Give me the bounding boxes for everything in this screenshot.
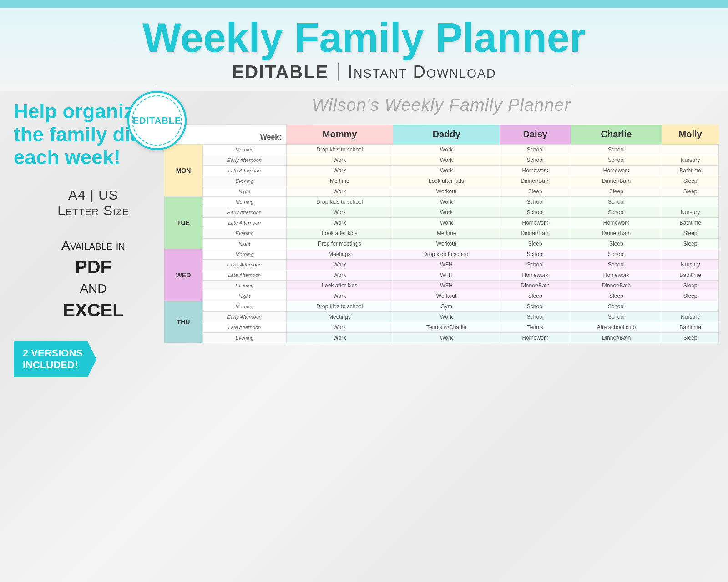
- cell-charlie: Dinner/Bath: [571, 176, 662, 186]
- cell-mommy: Work: [286, 259, 393, 270]
- cell-mommy: Work: [286, 217, 393, 228]
- subtitle-row: EDITABLE Instant Download: [0, 62, 728, 82]
- time-label: Morning: [202, 196, 286, 207]
- cell-mommy: Work: [286, 186, 393, 196]
- table-row: WEDMorningMeetingsDrop kids to schoolSch…: [164, 249, 719, 259]
- cell-molly: Bathtime: [662, 217, 719, 228]
- seal-circle: EDITABLE: [127, 91, 187, 150]
- cell-daisy: School: [500, 259, 571, 270]
- cell-daddy: Work: [393, 311, 500, 322]
- table-row: THUMorningDrop kids to schoolGymSchoolSc…: [164, 301, 719, 311]
- cell-daddy: Drop kids to school: [393, 249, 500, 259]
- cell-molly: Sleep: [662, 291, 719, 301]
- planner-section: Wilson's Weekly Family Planner Week: Mom…: [164, 95, 719, 343]
- table-row: MONMorningDrop kids to schoolWorkSchoolS…: [164, 144, 719, 155]
- cell-molly: Nursury: [662, 155, 719, 165]
- cell-charlie: School: [571, 301, 662, 311]
- col-daisy: Daisy: [500, 125, 571, 145]
- planner-table-wrapper: Week: Mommy Daddy Daisy Charlie Molly MO…: [164, 124, 719, 343]
- cell-daddy: Workout: [393, 238, 500, 249]
- cell-charlie: Sleep: [571, 238, 662, 249]
- header-section: Weekly Family Planner EDITABLE Instant D…: [0, 8, 728, 91]
- available-label: Available in: [61, 238, 125, 252]
- cell-mommy: Work: [286, 322, 393, 332]
- time-label: Early Afternoon: [202, 259, 286, 270]
- cell-daddy: Work: [393, 196, 500, 207]
- and-label: AND: [80, 281, 106, 296]
- cell-molly: [662, 144, 719, 155]
- cell-molly: [662, 249, 719, 259]
- time-label: Morning: [202, 301, 286, 311]
- cell-daisy: Dinner/Bath: [500, 176, 571, 186]
- table-row: TUEMorningDrop kids to schoolWorkSchoolS…: [164, 196, 719, 207]
- cell-charlie: Sleep: [571, 186, 662, 196]
- top-bar: [0, 0, 728, 8]
- cell-daisy: Tennis: [500, 322, 571, 332]
- cell-charlie: Dinner/Bath: [571, 280, 662, 291]
- time-label: Late Afternoon: [202, 217, 286, 228]
- cell-charlie: Homework: [571, 217, 662, 228]
- time-label: Evening: [202, 176, 286, 186]
- cell-mommy: Work: [286, 332, 393, 343]
- cell-molly: Sleep: [662, 280, 719, 291]
- cell-charlie: School: [571, 249, 662, 259]
- time-label: Late Afternoon: [202, 270, 286, 280]
- cell-mommy: Work: [286, 270, 393, 280]
- cell-daddy: Workout: [393, 291, 500, 301]
- size-label: A4 | USLetter Size: [57, 187, 129, 218]
- time-label: Night: [202, 186, 286, 196]
- cell-molly: Nursury: [662, 311, 719, 322]
- table-row: Early AfternoonMeetingsWorkSchoolSchoolN…: [164, 311, 719, 322]
- cell-daddy: Work: [393, 144, 500, 155]
- cell-daisy: School: [500, 249, 571, 259]
- cell-daddy: WFH: [393, 259, 500, 270]
- cell-daisy: School: [500, 144, 571, 155]
- cell-molly: Nursury: [662, 259, 719, 270]
- cell-daddy: Tennis w/Charlie: [393, 322, 500, 332]
- cell-mommy: Work: [286, 291, 393, 301]
- cell-daisy: Homework: [500, 332, 571, 343]
- cell-molly: Bathtime: [662, 165, 719, 176]
- cell-mommy: Drop kids to school: [286, 301, 393, 311]
- versions-badge: 2 VERSIONSINCLUDED!: [14, 341, 96, 377]
- cell-mommy: Look after kids: [286, 228, 393, 238]
- cell-molly: Sleep: [662, 228, 719, 238]
- time-label: Evening: [202, 332, 286, 343]
- table-row: NightWorkWorkoutSleepSleepSleep: [164, 291, 719, 301]
- cell-daddy: Me time: [393, 228, 500, 238]
- cell-mommy: Work: [286, 155, 393, 165]
- cell-daddy: Gym: [393, 301, 500, 311]
- cell-molly: [662, 196, 719, 207]
- cell-mommy: Me time: [286, 176, 393, 186]
- cell-mommy: Work: [286, 165, 393, 176]
- cell-charlie: School: [571, 144, 662, 155]
- time-label: Morning: [202, 144, 286, 155]
- cell-daddy: Work: [393, 155, 500, 165]
- header-divider: [155, 86, 573, 86]
- cell-mommy: Work: [286, 207, 393, 217]
- time-label: Early Afternoon: [202, 207, 286, 217]
- cell-charlie: School: [571, 259, 662, 270]
- pdf-label: PDF: [14, 254, 173, 280]
- cell-daisy: School: [500, 155, 571, 165]
- cell-daisy: School: [500, 207, 571, 217]
- versions-text: 2 VERSIONSINCLUDED!: [23, 347, 83, 371]
- cell-molly: Sleep: [662, 238, 719, 249]
- cell-mommy: Meetings: [286, 311, 393, 322]
- cell-daisy: School: [500, 196, 571, 207]
- table-row: Early AfternoonWorkWorkSchoolSchoolNursu…: [164, 155, 719, 165]
- time-label: Late Afternoon: [202, 322, 286, 332]
- table-row: EveningWorkWorkHomeworkDinner/BathSleep: [164, 332, 719, 343]
- cell-mommy: Meetings: [286, 249, 393, 259]
- cell-daddy: Work: [393, 207, 500, 217]
- cell-daddy: WFH: [393, 280, 500, 291]
- cell-charlie: Homework: [571, 165, 662, 176]
- table-row: EveningMe timeLook after kidsDinner/Bath…: [164, 176, 719, 186]
- cell-charlie: School: [571, 196, 662, 207]
- cell-mommy: Drop kids to school: [286, 196, 393, 207]
- table-row: NightPrep for meetingsWorkoutSleepSleepS…: [164, 238, 719, 249]
- cell-daddy: WFH: [393, 270, 500, 280]
- cell-charlie: School: [571, 311, 662, 322]
- time-label: Evening: [202, 280, 286, 291]
- cell-molly: Sleep: [662, 186, 719, 196]
